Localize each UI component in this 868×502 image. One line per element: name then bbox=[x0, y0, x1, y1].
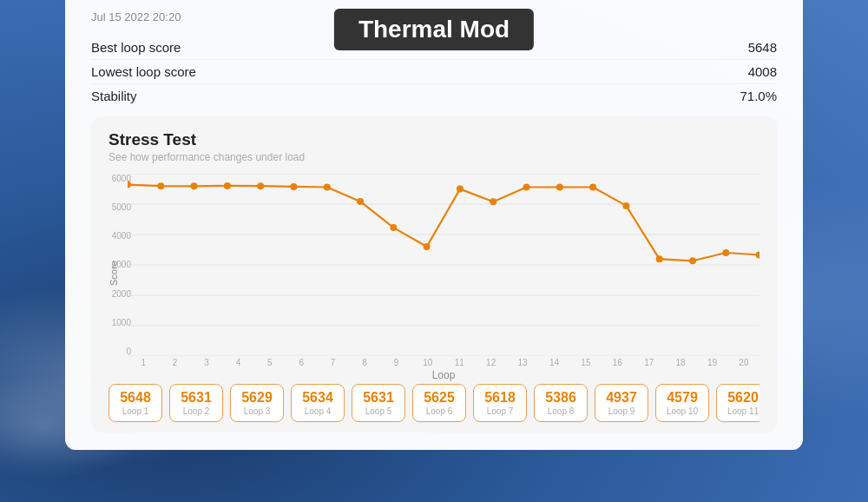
lowest-loop-label: Lowest loop score bbox=[91, 64, 196, 79]
stat-row-lowest: Lowest loop score 4008 bbox=[91, 60, 777, 84]
card-label-3: Loop 3 bbox=[240, 406, 274, 416]
x-tick-14: 14 bbox=[538, 358, 569, 367]
x-tick-16: 16 bbox=[602, 358, 633, 367]
card-label-2: Loop 2 bbox=[179, 406, 214, 416]
x-tick-19: 19 bbox=[696, 358, 727, 367]
dot-18 bbox=[689, 257, 696, 264]
x-tick-17: 17 bbox=[634, 358, 665, 367]
dot-13 bbox=[523, 184, 530, 191]
dot-8 bbox=[357, 198, 364, 205]
card-score-6: 5625 bbox=[422, 390, 457, 406]
best-loop-label: Best loop score bbox=[91, 40, 181, 55]
card-score-5: 5631 bbox=[361, 390, 396, 406]
card-label-9: Loop 9 bbox=[604, 406, 639, 416]
chart-svg bbox=[128, 174, 760, 356]
score-card-10: 4579 Loop 10 bbox=[655, 384, 709, 422]
score-card-5: 5631 Loop 5 bbox=[352, 384, 405, 422]
dot-7 bbox=[324, 184, 331, 191]
score-card-3: 5629 Loop 3 bbox=[230, 384, 284, 422]
card-label-11: Loop 11 bbox=[726, 406, 760, 416]
x-tick-9: 9 bbox=[380, 358, 411, 367]
dot-6 bbox=[290, 183, 297, 190]
dot-17 bbox=[656, 255, 663, 262]
best-loop-value: 5648 bbox=[748, 40, 777, 55]
stability-label: Stability bbox=[91, 89, 137, 103]
dot-14 bbox=[556, 184, 563, 191]
dot-15 bbox=[589, 184, 596, 191]
stat-row-stability: Stability 71.0% bbox=[91, 84, 777, 108]
x-tick-13: 13 bbox=[507, 358, 538, 367]
card-score-2: 5631 bbox=[179, 390, 214, 406]
score-card-6: 5625 Loop 6 bbox=[412, 384, 466, 422]
card-score-8: 5386 bbox=[543, 390, 578, 406]
score-card-7: 5618 Loop 7 bbox=[473, 384, 527, 422]
card-score-4: 5634 bbox=[300, 390, 335, 406]
chart-container: Stress Test See how performance changes … bbox=[91, 116, 777, 433]
dot-20 bbox=[756, 252, 760, 259]
lowest-loop-value: 4008 bbox=[748, 64, 777, 79]
score-card-1: 5648 Loop 1 bbox=[108, 384, 162, 422]
x-tick-20: 20 bbox=[728, 358, 760, 367]
score-card-2: 5631 Loop 2 bbox=[169, 384, 223, 422]
dot-2 bbox=[157, 182, 164, 189]
x-tick-18: 18 bbox=[665, 358, 696, 367]
x-tick-6: 6 bbox=[286, 358, 317, 367]
x-axis-ticks: 1 2 3 4 5 6 7 8 9 10 11 12 13 14 15 16 1 bbox=[128, 356, 760, 367]
chart-subtitle: See how performance changes under load bbox=[108, 151, 760, 163]
x-tick-8: 8 bbox=[349, 358, 380, 367]
card-score-11: 5620 bbox=[726, 390, 760, 406]
x-tick-1: 1 bbox=[128, 358, 159, 367]
dot-10 bbox=[424, 243, 431, 250]
card-score-9: 4937 bbox=[604, 390, 639, 406]
dot-3 bbox=[191, 182, 198, 189]
score-card-9: 4937 Loop 9 bbox=[595, 384, 648, 422]
card-label-8: Loop 8 bbox=[543, 406, 578, 416]
score-card-8: 5386 Loop 8 bbox=[534, 384, 588, 422]
x-axis-label: Loop bbox=[128, 369, 760, 381]
x-tick-10: 10 bbox=[412, 358, 444, 367]
card-score-3: 5629 bbox=[240, 390, 274, 406]
x-tick-15: 15 bbox=[570, 358, 602, 367]
dot-1 bbox=[128, 182, 131, 188]
main-panel: Jul 15 2022 20:20 Thermal Mod Best loop … bbox=[65, 0, 803, 450]
dot-12 bbox=[490, 198, 496, 205]
card-label-4: Loop 4 bbox=[300, 406, 335, 416]
card-score-7: 5618 bbox=[483, 390, 517, 406]
card-label-1: Loop 1 bbox=[118, 406, 153, 416]
card-label-10: Loop 10 bbox=[665, 406, 700, 416]
card-label-5: Loop 5 bbox=[361, 406, 396, 416]
title-badge: Thermal Mod bbox=[334, 9, 534, 50]
score-cards: 5648 Loop 1 5631 Loop 2 5629 Loop 3 5634… bbox=[108, 384, 760, 422]
card-label-7: Loop 7 bbox=[483, 406, 517, 416]
x-tick-2: 2 bbox=[159, 358, 190, 367]
dot-16 bbox=[622, 202, 629, 209]
dot-4 bbox=[224, 182, 231, 189]
x-tick-7: 7 bbox=[317, 358, 348, 367]
x-tick-4: 4 bbox=[222, 358, 253, 367]
x-tick-3: 3 bbox=[191, 358, 222, 367]
dot-19 bbox=[722, 249, 729, 256]
chart-line bbox=[128, 185, 760, 261]
x-tick-12: 12 bbox=[475, 358, 506, 367]
score-card-11: 5620 Loop 11 bbox=[716, 384, 760, 422]
dot-11 bbox=[457, 186, 464, 193]
score-card-4: 5634 Loop 4 bbox=[291, 384, 345, 422]
card-label-6: Loop 6 bbox=[422, 406, 457, 416]
dot-5 bbox=[257, 182, 264, 189]
card-score-1: 5648 bbox=[118, 390, 153, 406]
card-score-10: 4579 bbox=[665, 390, 700, 406]
chart-title: Stress Test bbox=[108, 130, 760, 149]
x-tick-5: 5 bbox=[254, 358, 286, 367]
dot-9 bbox=[390, 224, 397, 231]
x-tick-11: 11 bbox=[444, 358, 475, 367]
stability-value: 71.0% bbox=[740, 89, 777, 103]
